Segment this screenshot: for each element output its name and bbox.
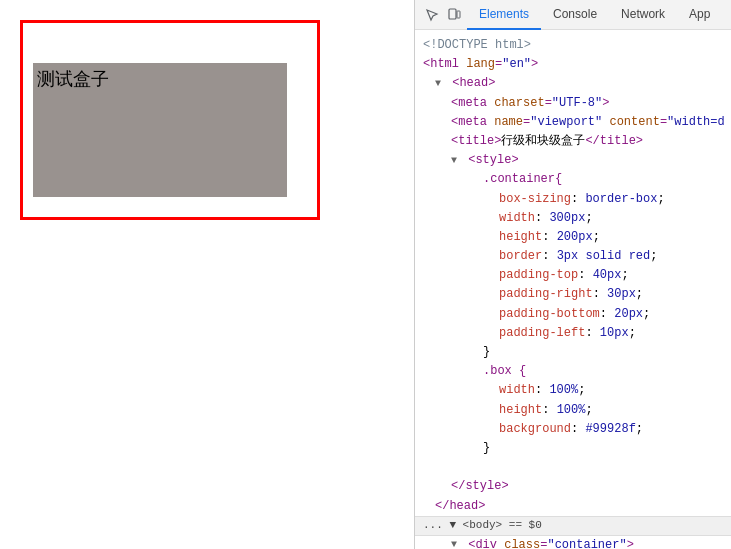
code-line: <title>行级和块级盒子</title>: [415, 132, 731, 151]
code-line: <meta name="viewport" content="width=d: [415, 113, 731, 132]
tab-app[interactable]: App: [677, 0, 722, 30]
svg-rect-0: [449, 9, 456, 19]
tab-network[interactable]: Network: [609, 0, 677, 30]
code-line: ▼ <div class="container">: [415, 536, 731, 549]
tab-elements[interactable]: Elements: [467, 0, 541, 30]
container-box: 测试盒子: [20, 20, 320, 220]
code-line: padding-right: 30px;: [415, 285, 731, 304]
code-line: .container{: [415, 170, 731, 189]
cursor-icon[interactable]: [423, 6, 441, 24]
code-line: .box {: [415, 362, 731, 381]
code-line: <html lang="en">: [415, 55, 731, 74]
code-line: height: 100%;: [415, 401, 731, 420]
code-line: ▼ <head>: [415, 74, 731, 93]
code-line: width: 100%;: [415, 381, 731, 400]
code-line: border: 3px solid red;: [415, 247, 731, 266]
code-line: width: 300px;: [415, 209, 731, 228]
code-line: [415, 458, 731, 477]
code-line: padding-top: 40px;: [415, 266, 731, 285]
code-content[interactable]: <!DOCTYPE html> <html lang="en"> ▼ <head…: [415, 30, 731, 549]
svg-rect-1: [457, 11, 460, 18]
code-line: }: [415, 439, 731, 458]
code-line: <meta charset="UTF-8">: [415, 94, 731, 113]
code-line: <!DOCTYPE html>: [415, 36, 731, 55]
separator-line: ... ▼ <body> == $0: [415, 516, 731, 536]
code-line: padding-bottom: 20px;: [415, 305, 731, 324]
code-line: background: #99928f;: [415, 420, 731, 439]
tab-console[interactable]: Console: [541, 0, 609, 30]
preview-pane: 测试盒子: [0, 0, 415, 549]
code-line: height: 200px;: [415, 228, 731, 247]
code-line: padding-left: 10px;: [415, 324, 731, 343]
code-line: </head>: [415, 497, 731, 516]
box-text: 测试盒子: [37, 67, 109, 91]
devtools-tabs: Elements Console Network App: [467, 0, 722, 30]
code-line: }: [415, 343, 731, 362]
code-line: </style>: [415, 477, 731, 496]
devtools-toolbar: Elements Console Network App: [415, 0, 731, 30]
code-line: box-sizing: border-box;: [415, 190, 731, 209]
device-icon[interactable]: [445, 6, 463, 24]
devtools-pane: Elements Console Network App <!DOCTYPE h…: [415, 0, 731, 549]
code-line: ▼ <style>: [415, 151, 731, 170]
inner-box: 测试盒子: [33, 63, 287, 197]
